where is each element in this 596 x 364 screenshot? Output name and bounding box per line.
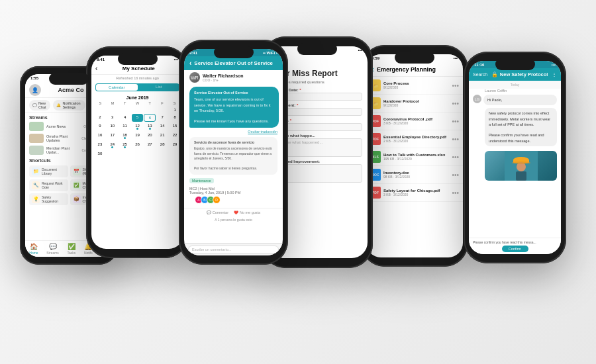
shortcut-work-order[interactable]: 🔧 Request Work Oder xyxy=(29,179,68,191)
p5-file-inventory[interactable]: DOC Inventory.doc 98 KB · 3/12/2020 ••• xyxy=(366,166,463,184)
stream-name-2: Omaha Plant Updates xyxy=(46,134,76,142)
p2-cal-header: SMTWTFS xyxy=(91,101,183,105)
p5-file-handover[interactable]: 📁 Handover Protocol 9/12/2020 ••• xyxy=(366,95,463,113)
required-star-3: * xyxy=(290,118,291,122)
p3-reactions: 💬Comentar ❤️No me gusta xyxy=(184,208,283,216)
shortcut-doc-library[interactable]: 📁 Document Library xyxy=(29,165,68,177)
p3-msg-body: Team, one of our service elevators is ou… xyxy=(194,97,274,124)
nav-tasks[interactable]: ✅ Tasks xyxy=(67,243,75,255)
worker-svg xyxy=(505,151,538,181)
p3-message-bubble: Service Elevator Out of Service Team, on… xyxy=(189,87,279,128)
file-info-3: Coronavirus Protocol .pdf 3 KB · 3/12/20… xyxy=(383,117,449,125)
lock-icon: 🔒 xyxy=(491,71,498,77)
p3-maintenance-tag[interactable]: Maintenance xyxy=(189,178,214,183)
shift-icon: 📅 xyxy=(73,167,81,175)
p5-file-employee-dir[interactable]: PDF Essential Employee Directory.pdf 2 K… xyxy=(366,130,463,148)
p1-time: 1:55 xyxy=(30,76,38,80)
p6-msg-row-1: LG Hi Paolo, xyxy=(469,93,561,107)
p5-file-coronavirus[interactable]: PDF Coronavirus Protocol .pdf 3 KB · 3/1… xyxy=(366,113,463,130)
file-meta-2: 9/12/2020 xyxy=(383,103,449,107)
p6-search-label[interactable]: Search xyxy=(473,72,487,77)
nav-home[interactable]: 🏠 Home xyxy=(29,243,38,255)
phone-2-screen: 8:41 ▪▪▪ ‹ My Schedule Refreshed 16 minu… xyxy=(91,56,183,249)
p6-confirm-button[interactable]: Confirm xyxy=(502,246,528,252)
p3-signal-icons: ▪▪ WiFi ▪ xyxy=(263,51,277,55)
svg-rect-4 xyxy=(516,171,526,181)
file-info-1: Core Process 9/12/2020 xyxy=(383,81,449,89)
p5-file-core-process[interactable]: 📁 Core Process 9/12/2020 ••• xyxy=(366,77,463,95)
p2-tab-list[interactable]: List xyxy=(138,83,180,91)
phone-3-content: 9:41 ▪▪ WiFi ▪ ‹ Service Elevator Out of… xyxy=(184,49,283,255)
p2-status-bar: 8:41 ▪▪▪ xyxy=(91,56,183,63)
p5-file-safety-layout[interactable]: PDF Safety Layout for Chicago.pdf 3 KB ·… xyxy=(366,184,463,202)
notification-settings-button[interactable]: 🔔Notification Settings xyxy=(53,100,85,111)
p2-title: My Schedule xyxy=(97,66,179,71)
new-chat-button[interactable]: 💬New Chat xyxy=(29,100,50,111)
phone-6-screen: 11:16 ▪▪▪ Search 🔒 New Safety Protocol ⋮ xyxy=(469,61,561,254)
p2-tabs: Calendar List xyxy=(95,83,179,91)
p3-hide-translation[interactable]: Ocultar traducción xyxy=(184,130,283,135)
p1-company: Acme Co xyxy=(58,87,83,93)
phone-5: 9:59 ▪▪▪ ‹ Emergency Planning 📁 Core Pro… xyxy=(361,45,468,267)
p6-status-bar: 11:16 ▪▪▪ xyxy=(469,61,561,68)
file-info-5: How to Talk with Customers.xlsx 195 KB ·… xyxy=(383,153,449,161)
p3-avatar-stack: A B C D xyxy=(195,196,277,204)
p2-time: 8:41 xyxy=(97,58,105,62)
p6-chat-title-block: 🔒 New Safety Protocol xyxy=(489,71,550,77)
home-icon: 🏠 xyxy=(30,243,38,250)
svg-point-5 xyxy=(512,161,530,164)
phone-2-content: 8:41 ▪▪▪ ‹ My Schedule Refreshed 16 minu… xyxy=(91,56,183,249)
p2-nav-bar: ‹ My Schedule xyxy=(91,63,183,75)
phone-6: 11:16 ▪▪▪ Search 🔒 New Safety Protocol ⋮ xyxy=(464,52,566,263)
p3-back-icon[interactable]: ‹ xyxy=(189,60,191,67)
p3-comment-input[interactable]: Escribe un comentario... xyxy=(188,246,279,253)
p3-like-btn[interactable]: ❤️No me gusta xyxy=(234,210,260,214)
mini-avatar-4: D xyxy=(213,196,221,204)
p2-today[interactable]: 5 xyxy=(132,114,144,122)
p6-menu-icon[interactable]: ⋮ xyxy=(552,71,557,77)
file-meta-6: 98 KB · 3/12/2020 xyxy=(383,175,449,179)
p6-time: 11:16 xyxy=(474,63,484,67)
inventory-icon: 📦 xyxy=(73,195,81,203)
p5-header: ‹ Emergency Planning xyxy=(366,62,463,77)
nav-streams[interactable]: 💬 Streams xyxy=(46,243,59,255)
p6-date-label: Today xyxy=(469,81,561,89)
more-icon-1[interactable]: ••• xyxy=(452,82,459,89)
p6-msg-row-img xyxy=(469,150,561,182)
p6-msg-bubble-1: Hi Paolo, xyxy=(483,95,557,105)
more-icon-4[interactable]: ••• xyxy=(452,136,459,143)
streams-icon: 💬 xyxy=(49,243,57,250)
stream-name-1: Acme News xyxy=(46,124,76,128)
p2-cal-grid: 1 2 3 4 5 6 7 8 9 10 11 12 13 14 15 16 1 xyxy=(91,107,183,157)
p3-trans-title: Servicio de ascensor fuera de servicio xyxy=(194,140,273,146)
p3-time: 9:41 xyxy=(189,51,197,55)
work-order-icon: 🔧 xyxy=(32,181,40,189)
p3-comment-btn[interactable]: 💬Comentar xyxy=(207,210,228,214)
worker-photo xyxy=(485,151,557,181)
file-meta-7: 3 KB · 3/12/2020 xyxy=(383,193,449,197)
checkup-icon: ✅ xyxy=(73,181,81,189)
phone-5-screen: 9:59 ▪▪▪ ‹ Emergency Planning 📁 Core Pro… xyxy=(366,54,463,257)
more-icon-7[interactable]: ••• xyxy=(452,189,459,197)
more-icon-3[interactable]: ••• xyxy=(452,118,459,125)
more-icon-2[interactable]: ••• xyxy=(452,100,459,107)
file-meta-3: 3 KB · 3/12/2020 xyxy=(383,121,449,125)
p5-status-bar: 9:59 ▪▪▪ xyxy=(366,54,463,62)
p3-mc2-info: MC2 | Host Mid Tuesday, 4 Jun, 2019 | 5:… xyxy=(184,185,283,206)
p4-icons: ▪▪▪ xyxy=(358,48,362,52)
p2-tab-calendar[interactable]: Calendar xyxy=(96,84,138,91)
file-meta-1: 9/12/2020 xyxy=(383,85,449,89)
p3-mc2-date: Tuesday, 4 Jun, 2019 | 5:00 PM xyxy=(189,191,277,195)
shortcut-safety[interactable]: 💡 Safety Suggestion xyxy=(29,193,68,205)
p5-file-customers[interactable]: XLS How to Talk with Customers.xlsx 195 … xyxy=(366,148,463,166)
more-icon-5[interactable]: ••• xyxy=(452,154,459,161)
p3-msg-title: Service Elevator Out of Service xyxy=(194,90,274,95)
required-star: * xyxy=(299,88,301,92)
p6-greeting: Hi Paolo, xyxy=(487,98,502,102)
doc-library-icon: 📁 xyxy=(32,167,40,175)
file-meta-4: 2 KB · 3/12/2020 xyxy=(383,139,449,143)
p6-icons: ▪▪▪ xyxy=(552,63,556,67)
more-icon-6[interactable]: ••• xyxy=(452,171,459,179)
p6-msg-bubble-2: New safety protocol comes into effect im… xyxy=(485,108,557,146)
phone-5-content: 9:59 ▪▪▪ ‹ Emergency Planning 📁 Core Pro… xyxy=(366,54,463,257)
